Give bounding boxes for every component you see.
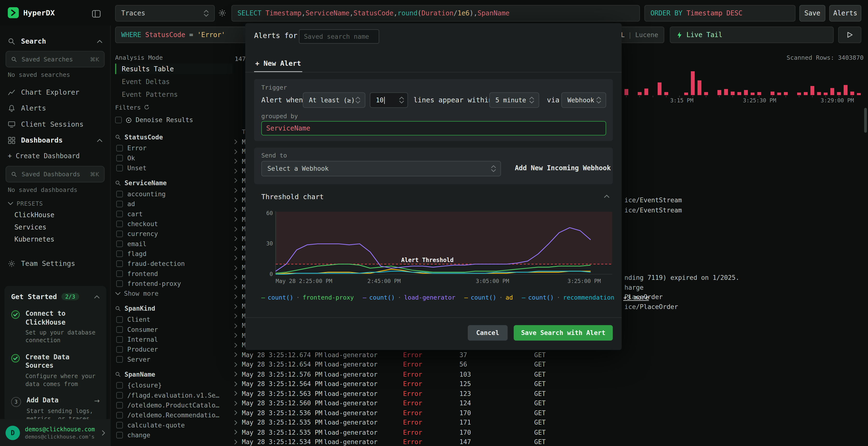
sidebar-item-alerts[interactable]: Alerts [0, 100, 110, 116]
table-row[interactable]: May 28 3:25:12.563 PMload-generatorError… [232, 389, 868, 398]
filters-header: Filters [115, 102, 229, 113]
sidebar-item-label: Chart Explorer [21, 88, 79, 96]
table-row[interactable]: May 28 3:25:12.674 PMload-generatorError… [232, 350, 868, 359]
table-row[interactable]: May 28 3:25:12.576 PMload-generatorError… [232, 369, 868, 379]
cell-spanname: GET [534, 390, 868, 397]
sidebar-item-chart-explorer[interactable]: Chart Explorer [0, 84, 110, 100]
facet-value[interactable]: email [115, 239, 229, 249]
add-webhook-button[interactable]: Add New Incoming Webhook [515, 164, 611, 172]
analysis-mode-event-deltas[interactable]: Event Deltas [115, 76, 233, 87]
saved-search-name-input[interactable] [299, 29, 379, 44]
facet-value[interactable]: Server [115, 354, 229, 364]
saved-dashboards-input[interactable]: Saved Dashboards ⌘K [5, 166, 105, 182]
save-search-with-alert-button[interactable]: Save Search with Alert [514, 325, 613, 341]
saved-searches-input[interactable]: Saved Searches ⌘K [5, 51, 105, 67]
facet-value[interactable]: /flagd.evaluation.v1.Se… [115, 390, 229, 400]
sql-select-input[interactable]: SELECT Timestamp,ServiceName,StatusCode,… [231, 5, 640, 22]
facet-value[interactable]: flagd [115, 249, 229, 259]
query-token-field: Timestamp [266, 9, 301, 17]
legend-entry[interactable]: —count()·recommendation [522, 294, 614, 301]
table-row[interactable]: May 28 3:25:12.560 PMload-generatorError… [232, 398, 868, 408]
chart-legend: —count()·frontend-proxy—count()·load-gen… [261, 294, 613, 301]
facet-value[interactable]: checkout [115, 219, 229, 229]
legend-entry[interactable]: —count()·frontend-proxy [261, 294, 354, 301]
no-saved-searches-text: No saved searches [0, 69, 110, 81]
facet-value[interactable]: calculate-quote [115, 420, 229, 430]
facet-value[interactable]: Error [115, 143, 229, 153]
analysis-mode-event-patterns[interactable]: Event Patterns [115, 89, 233, 100]
sidebar-item-search[interactable]: Search [0, 33, 110, 49]
sidebar-item-kubernetes[interactable]: Kubernetes [0, 233, 110, 246]
legend-entry[interactable]: —count()·load-generator [363, 294, 456, 301]
table-row[interactable]: May 28 3:25:12.534 PMload-generatorError… [232, 437, 868, 446]
get-started-item-add-data[interactable]: 3 Add Data → Start sending logs, metrics… [11, 397, 100, 422]
get-started-item-connect[interactable]: Connect to ClickHouse Set up your databa… [11, 310, 100, 344]
alerts-button[interactable]: Alerts [829, 5, 861, 22]
facet-value[interactable]: frontend [115, 269, 229, 279]
source-select[interactable]: Traces [115, 5, 215, 22]
sidebar-item-clickhouse[interactable]: ClickHouse [0, 209, 110, 221]
denoise-icon [126, 117, 132, 123]
run-query-button[interactable] [838, 27, 861, 43]
get-started-item-datasources[interactable]: Create Data Sources Configure where your… [11, 353, 100, 388]
chevron-up-icon [97, 138, 102, 142]
threshold-value-input[interactable]: 10 [370, 92, 408, 108]
legend-more-button[interactable]: +3 more [623, 294, 649, 301]
facet-value[interactable]: cart [115, 209, 229, 219]
sidebar-item-team-settings[interactable]: Team Settings [0, 255, 110, 272]
live-tail-button[interactable]: Live Tail [670, 27, 834, 43]
cancel-button[interactable]: Cancel [468, 325, 507, 341]
show-more-button[interactable]: Show more [115, 288, 229, 298]
channel-select[interactable]: Webhook [561, 92, 606, 108]
source-settings-button[interactable] [218, 9, 226, 17]
save-button[interactable]: Save [799, 5, 825, 22]
number-spinner-icon[interactable] [399, 96, 404, 104]
grouped-by-input[interactable]: ServiceName [261, 121, 606, 136]
denoise-results-toggle[interactable]: Denoise Results [115, 113, 229, 127]
cell-timestamp: May 28 3:25:12.535 PM [242, 428, 324, 436]
expand-row-icon [234, 323, 242, 329]
sidebar-item-dashboards[interactable]: Dashboards [0, 132, 110, 148]
presets-section-header[interactable]: PRESETS [0, 196, 110, 209]
facet-value[interactable]: fraud-detection [115, 259, 229, 269]
facet-value[interactable]: accounting [115, 189, 229, 199]
sidebar-item-services[interactable]: Services [0, 221, 110, 233]
collapse-chart-icon[interactable] [604, 195, 610, 198]
legend-entry[interactable]: —count()·ad [464, 294, 513, 301]
facet-value[interactable]: currency [115, 229, 229, 239]
chevron-up-icon[interactable] [94, 295, 100, 298]
table-row[interactable]: May 28 3:25:12.536 PMload-generatorError… [232, 408, 868, 418]
scrollbar-thumb[interactable] [864, 108, 867, 133]
checkbox [116, 392, 123, 399]
facet-value[interactable]: /oteldemo.Recommendatio… [115, 410, 229, 420]
facet-value[interactable]: Ok [115, 153, 229, 163]
condition-select[interactable]: At least (≥) [303, 92, 365, 108]
facet-value[interactable]: Producer [115, 344, 229, 354]
facet-value[interactable]: Internal [115, 335, 229, 344]
user-menu[interactable]: D demos@clickhouse.com demos@clickhouse.… [0, 419, 111, 446]
table-row[interactable]: May 28 3:25:12.535 PMload-generatorError… [232, 418, 868, 427]
order-by-input[interactable]: ORDER BY Timestamp DESC [644, 5, 796, 22]
facet-value[interactable]: Consumer [115, 324, 229, 335]
table-row[interactable]: May 28 3:25:12.654 PMload-generatorError… [232, 359, 868, 369]
sidebar-item-client-sessions[interactable]: Client Sessions [0, 116, 110, 132]
time-window-select[interactable]: 5 minute [490, 92, 539, 108]
facet-value[interactable]: change [115, 430, 229, 440]
tab-new-alert[interactable]: + New Alert [254, 56, 302, 72]
facet-value[interactable]: Unset [115, 163, 229, 173]
table-row[interactable]: May 28 3:25:12.535 PMload-generatorError… [232, 427, 868, 437]
refresh-icon[interactable] [144, 105, 150, 110]
sidebar-collapse-button[interactable] [92, 10, 101, 18]
facet-value[interactable]: /oteldemo.ProductCatalo… [115, 400, 229, 410]
facet-value[interactable]: Client [115, 314, 229, 324]
table-row[interactable]: May 28 3:25:12.564 PMload-generatorError… [232, 379, 868, 389]
analysis-mode-results-table[interactable]: Results Table [115, 64, 233, 74]
facet-value[interactable]: frontend-proxy [115, 279, 229, 288]
facet-value[interactable]: {closure} [115, 380, 229, 390]
create-dashboard-button[interactable]: + Create Dashboard [0, 148, 110, 162]
mode-lucene[interactable]: Lucene [635, 31, 658, 39]
query-token-field: SpanName [477, 9, 509, 17]
webhook-select[interactable]: Select a Webhook [261, 161, 501, 176]
sidebar-item-label: Search [21, 37, 46, 45]
facet-value[interactable]: ad [115, 199, 229, 209]
